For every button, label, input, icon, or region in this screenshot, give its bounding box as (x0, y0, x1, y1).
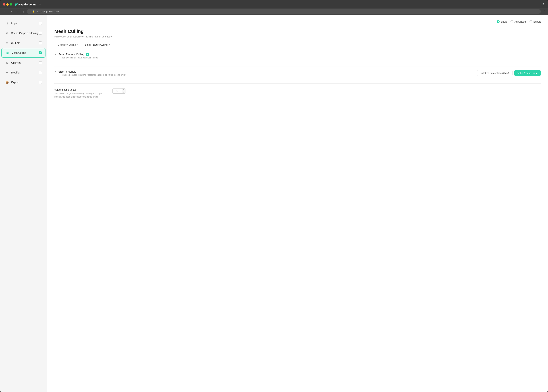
checkbox-mesh-culling[interactable] (39, 51, 42, 54)
address-bar[interactable]: 🔒 app.rapidpipeline.com (27, 9, 541, 14)
toggle-small-feature-culling[interactable] (86, 53, 89, 56)
icon-3d-edit: ✏ (5, 41, 9, 45)
section-value-scene-units: Value (scene units) absolute value (in s… (54, 87, 541, 99)
tab-1[interactable]: Small Feature Culling ✓ (82, 42, 114, 48)
sidebar-item-3d-edit[interactable]: ✏ 3D Edit (1, 38, 45, 47)
section-title-st: Size Threshold (58, 70, 76, 73)
new-tab-button[interactable]: + (38, 2, 42, 7)
spinner-up[interactable]: ▲ (122, 89, 126, 91)
label-optimize: Optimize (11, 61, 21, 64)
checkbox-import[interactable] (39, 22, 42, 25)
section-small-feature-culling: ▲ Small Feature Culling removes small fe… (54, 53, 541, 60)
radio-advanced[interactable] (511, 20, 513, 23)
url-text: app.rapidpipeline.com (36, 10, 59, 13)
mode-selector: Basic Advanced Expert (54, 20, 541, 23)
size-threshold-controls: Relative Percentage (bbox) Value (scene … (477, 70, 541, 76)
mode-basic-label: Basic (501, 20, 507, 23)
nav-menu-icon[interactable]: ⋮ (543, 10, 546, 14)
checkbox-export[interactable] (39, 81, 42, 84)
tab-0[interactable]: Occlusion Culling ✓ (54, 42, 82, 48)
mode-advanced[interactable]: Advanced (511, 20, 526, 23)
page-subtitle: Removal of small features or invisible i… (54, 35, 541, 38)
collapse-icon[interactable]: ▲ (54, 53, 57, 56)
label-modifier: Modifier (11, 71, 20, 74)
label-scene-graph-flattening: Scene Graph Flattening (11, 32, 38, 35)
lock-icon: 🔒 (32, 10, 35, 13)
mode-expert[interactable]: Expert (530, 20, 541, 23)
sidebar-item-export[interactable]: 📦 Export (1, 78, 45, 87)
maximize-button[interactable] (10, 3, 12, 6)
sidebar-item-optimize[interactable]: ⚙ Optimize (1, 58, 45, 67)
field-desc-vsu: absolute value (in scene units), definin… (54, 92, 105, 98)
icon-optimize: ⚙ (5, 61, 9, 65)
section-desc-sfc: removes small features (mesh lumps) (62, 56, 541, 59)
value-scene-units-input[interactable] (113, 89, 122, 93)
title-bar: R RapidPipeline + ⋮ (0, 0, 548, 8)
divider-1 (54, 66, 541, 66)
tab-area: R RapidPipeline + (15, 2, 540, 7)
mode-expert-label: Expert (534, 20, 541, 23)
tabs: Occlusion Culling ✓Small Feature Culling… (54, 42, 541, 48)
spinner-down[interactable]: ▼ (122, 91, 126, 93)
sidebar-item-scene-graph-flattening[interactable]: ❄ Scene Graph Flattening (1, 28, 45, 38)
label-export: Export (11, 81, 18, 84)
sidebar: ⬆ Import ❄ Scene Graph Flattening ✏ 3D E… (0, 15, 47, 392)
section-header: ▲ Small Feature Culling removes small fe… (54, 53, 541, 59)
checkbox-scene-graph-flattening[interactable] (39, 32, 42, 35)
forward-button[interactable]: → (9, 9, 14, 14)
mode-advanced-label: Advanced (514, 20, 526, 23)
btn-relative-percentage[interactable]: Relative Percentage (bbox) (477, 70, 512, 76)
icon-mesh-culling: ▣ (5, 51, 9, 55)
icon-scene-graph-flattening: ❄ (5, 31, 9, 35)
field-label-vsu: Value (scene units) (54, 88, 105, 91)
mode-basic[interactable]: Basic (497, 20, 507, 23)
page-title: Mesh Culling (54, 28, 541, 34)
reload-button[interactable]: ↻ (15, 9, 20, 14)
app-window: ⬆ Import ❄ Scene Graph Flattening ✏ 3D E… (0, 15, 548, 392)
traffic-lights (3, 3, 12, 6)
section-desc-st: choice between Relative Percentage (bbox… (62, 74, 475, 76)
checkbox-optimize[interactable] (39, 61, 42, 64)
app-logo: R RapidPipeline (15, 2, 36, 7)
page-header: Mesh Culling Removal of small features o… (54, 28, 541, 38)
main-content: Basic Advanced Expert Mesh Culling Remov… (47, 15, 548, 392)
minimize-button[interactable] (6, 3, 9, 6)
label-mesh-culling: Mesh Culling (11, 51, 26, 54)
number-input-wrap: ▲ ▼ (112, 88, 126, 94)
label-import: Import (11, 22, 18, 25)
collapse-icon-2[interactable]: ▲ (54, 70, 57, 73)
label-3d-edit: 3D Edit (11, 42, 20, 44)
sidebar-item-mesh-culling[interactable]: ▣ Mesh Culling (1, 48, 45, 57)
icon-import: ⬆ (5, 21, 9, 25)
icon-modifier: ❖ (5, 70, 9, 75)
value-scene-units-control: ▲ ▼ (112, 88, 126, 94)
section-size-threshold: ▲ Size Threshold choice between Relative… (54, 70, 541, 77)
close-button[interactable] (3, 3, 5, 6)
browser-menu-icon[interactable]: ⋮ (542, 2, 545, 7)
checkbox-3d-edit[interactable] (39, 42, 42, 44)
back-button[interactable]: ← (2, 9, 7, 14)
sidebar-item-modifier[interactable]: ❖ Modifier (1, 68, 45, 77)
btn-value-scene-units[interactable]: Value (scene units) (514, 70, 541, 76)
home-button[interactable]: ⌂ (21, 9, 25, 14)
size-threshold-header: ▲ Size Threshold choice between Relative… (54, 70, 541, 76)
icon-export: 📦 (5, 80, 9, 84)
section-title-sfc: Small Feature Culling (58, 53, 84, 56)
radio-expert[interactable] (530, 20, 533, 23)
radio-basic[interactable] (497, 20, 500, 23)
nav-bar: ← → ↻ ⌂ 🔒 app.rapidpipeline.com ⋮ (0, 8, 548, 15)
sidebar-item-import[interactable]: ⬆ Import (1, 19, 45, 28)
checkbox-modifier[interactable] (39, 71, 42, 74)
